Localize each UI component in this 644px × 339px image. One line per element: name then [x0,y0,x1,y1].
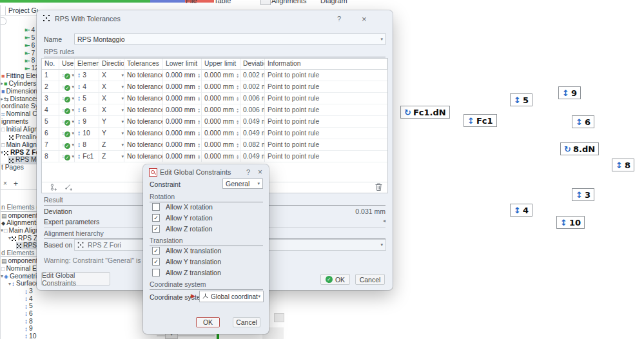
table-row[interactable]: 6 ▾ ↕10 Y▾ No tolerances▾ 0.000 mm▴▾ 0.0… [42,128,387,139]
chevron-down-icon[interactable]: ▾ [121,81,124,93]
cell-lower-limit[interactable]: 0.000 mm▴▾ [163,128,202,139]
rps-point-label-5[interactable]: ↕5 [510,93,532,106]
tab-fragment[interactable] [1,6,6,15]
rps-point-label-9[interactable]: ↕9 [558,86,581,99]
tree-item[interactable]: omponente [1,212,38,220]
checkbox[interactable]: ✓ [152,247,160,255]
cell-direction[interactable]: X▾ [99,104,124,116]
tree-item[interactable]: 8 [1,318,38,325]
tree-item[interactable]: ▸Cylinders [1,80,38,88]
checkbox[interactable]: ✓ [152,214,160,222]
constraint-combobox[interactable]: General ▾ [222,179,263,189]
toolbar-icon-fragment[interactable] [260,0,271,5]
table-row[interactable]: 1 ▾ ↕3 X▾ No tolerances▾ 0.000 mm▴▾ 0.00… [42,70,387,81]
cancel-button[interactable]: Cancel [233,317,260,327]
checkbox[interactable] [152,203,160,211]
close-button[interactable]: × [258,168,262,177]
rps-point-label-6[interactable]: ↕6 [572,115,594,128]
tree-item[interactable]: Prealineam [1,133,38,141]
tree-item[interactable]: oordinate System [1,102,38,110]
checkbox-row[interactable]: Allow Z translation [143,267,269,278]
chevron-down-icon[interactable]: ▾ [72,93,74,104]
tree-item[interactable]: ▸Distances [1,95,38,103]
viewport-3d[interactable]: ↻Fc1.dN ↕Fc1 ↕5 ↕9 ↕6 ↻8.dN ↕8 ↕3 ↕4 ↕10 [393,5,644,339]
rps-point-label-fc1dn[interactable]: ↻Fc1.dN [400,106,450,119]
add-free-rule-button[interactable] [65,184,73,192]
menu-diagram[interactable]: Diagram [320,0,347,5]
cell-lower-limit[interactable]: 0.000 mm▴▾ [163,93,202,104]
spinner-icon[interactable]: ▴▾ [198,131,201,136]
cell-use[interactable]: ▾ [59,70,75,81]
cell-upper-limit[interactable]: 0.000 mm▴▾ [202,151,240,162]
cell-lower-limit[interactable]: 0.000 mm▴▾ [163,70,202,81]
ok-button[interactable]: OK [196,317,220,327]
chevron-down-icon[interactable]: ▾ [121,70,124,81]
chevron-down-icon[interactable]: ▾ [72,116,74,128]
tree-item[interactable]: Dimensions [1,88,38,95]
chevron-down-icon[interactable]: ▾ [72,81,74,93]
help-button[interactable]: ? [246,168,250,176]
tree-item[interactable]: ▾Main Alignm [1,227,38,235]
cell-tolerances[interactable]: No tolerances▾ [124,151,163,162]
checkbox[interactable]: ✓ [152,225,160,233]
chevron-down-icon[interactable]: ▾ [72,70,74,81]
cell-tolerances[interactable]: No tolerances▾ [124,139,163,151]
checkbox-row[interactable]: ✓ Allow Y rotation [143,212,269,223]
delete-rule-button[interactable] [375,183,382,192]
cell-upper-limit[interactable]: 0.000 mm▴▾ [202,93,240,104]
tree-item[interactable]: 7 [1,50,38,57]
expander-icon[interactable]: ▾ [8,280,11,287]
chevron-down-icon[interactable]: ▾ [121,139,124,151]
chevron-down-icon[interactable]: ▾ [72,151,74,162]
tree-item[interactable]: RPS [1,242,38,249]
spinner-icon[interactable]: ▴▾ [198,73,201,78]
tree-item[interactable]: ▾Surface [1,280,38,287]
checkbox[interactable] [152,269,160,276]
expander-icon[interactable]: ▾ [1,273,3,280]
tree-filter-input[interactable] [0,17,6,25]
expander-icon[interactable]: ▾ [1,227,3,234]
column-header[interactable]: Information [265,59,387,70]
cell-lower-limit[interactable]: 0.000 mm▴▾ [163,81,202,93]
cell-upper-limit[interactable]: 0.000 mm▴▾ [202,128,240,139]
tree-item[interactable]: ▾Geometries [1,273,38,280]
cell-upper-limit[interactable]: 0.000 mm▴▾ [202,139,240,151]
tree-item[interactable]: d Elements [1,249,38,258]
tree-item[interactable]: 6 [1,42,38,50]
tree-item[interactable]: 6 [1,310,38,318]
tree-item[interactable]: 4 [1,295,38,303]
add-rule-button[interactable] [50,184,57,192]
chevron-down-icon[interactable]: ▾ [121,93,124,104]
tree-item[interactable]: 5 [1,302,38,310]
cell-use[interactable]: ▾ [59,139,75,151]
cell-tolerances[interactable]: No tolerances▾ [124,70,163,81]
cell-upper-limit[interactable]: 0.000 mm▴▾ [202,81,240,93]
cell-lower-limit[interactable]: 0.000 mm▴▾ [163,104,202,116]
column-header[interactable]: Use [59,59,75,70]
tree-item[interactable]: 3 [1,287,38,295]
column-header[interactable]: Upper limit [202,59,240,70]
spinner-icon[interactable]: ▴▾ [237,131,240,136]
cad-model[interactable] [425,64,644,251]
checkbox-row[interactable]: ✓ Allow Z rotation [143,223,269,234]
tree-item[interactable]: t Pages [1,164,38,171]
collapse-left-icon[interactable]: ◂ [383,218,385,226]
tree-item[interactable]: 5 [1,34,38,42]
cell-tolerances[interactable]: No tolerances▾ [124,81,163,93]
chevron-down-icon[interactable]: ▾ [258,294,260,299]
checkbox[interactable]: ✓ [152,258,160,266]
rps-point-label-4[interactable]: ↕4 [510,204,532,217]
tree-item[interactable]: ignments [1,118,38,126]
tree-item[interactable]: 10 [1,333,38,339]
cell-lower-limit[interactable]: 0.000 mm▴▾ [163,151,202,162]
cell-direction[interactable]: X▾ [99,93,124,104]
cell-lower-limit[interactable]: 0.000 mm▴▾ [163,139,202,151]
cell-use[interactable]: ▾ [59,104,75,116]
spinner-icon[interactable]: ▴▾ [237,108,240,113]
expander-icon[interactable]: ▾ [8,235,11,242]
cell-tolerances[interactable]: No tolerances▾ [124,93,163,104]
spinner-icon[interactable]: ▴▾ [198,154,201,159]
cell-use[interactable]: ▾ [59,128,75,139]
tab-add-icon[interactable]: + [14,179,18,188]
rps-point-label-8[interactable]: ↕8 [612,159,634,171]
